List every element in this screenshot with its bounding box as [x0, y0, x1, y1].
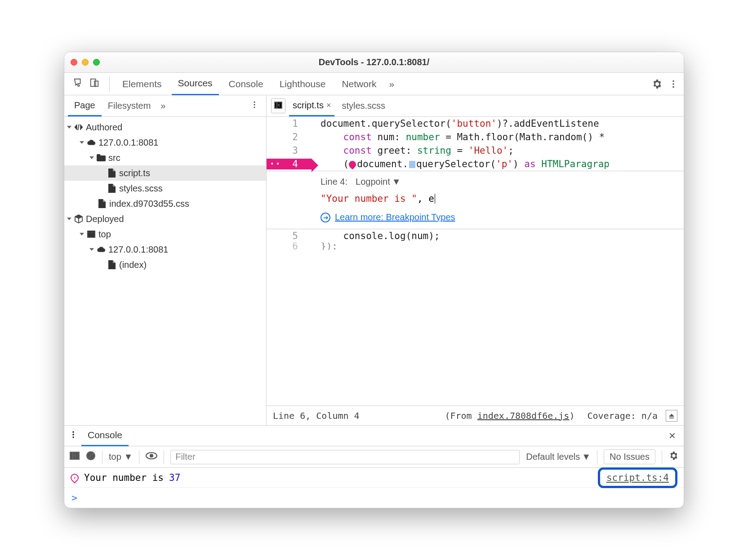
tab-sources[interactable]: Sources: [172, 72, 219, 95]
tree-label: src: [108, 153, 120, 163]
svg-rect-8: [88, 231, 95, 237]
cloud-icon: [97, 246, 106, 253]
tree-node-index[interactable]: (index): [64, 257, 266, 272]
cube-icon: [74, 214, 83, 223]
subtab-page[interactable]: Page: [68, 96, 102, 116]
gutter-line-6[interactable]: 6: [267, 243, 312, 250]
gutter-line-1[interactable]: 1: [267, 118, 312, 129]
tabs-overflow-icon[interactable]: »: [389, 79, 394, 89]
console-settings-gear-icon[interactable]: [668, 451, 678, 463]
info-arrow-icon: ➔: [321, 213, 330, 222]
tree-label: 127.0.0.1:8081: [108, 244, 168, 255]
gutter-line-3[interactable]: 3: [267, 145, 312, 156]
frame-icon: [87, 231, 96, 238]
tree-node-script-ts[interactable]: script.ts: [64, 165, 266, 181]
issues-button[interactable]: No Issues: [604, 449, 655, 464]
navigator-more-icon[interactable]: [246, 100, 263, 111]
bp-line-label: Line 4:: [321, 177, 347, 187]
svg-point-3: [672, 83, 674, 85]
tree-label: styles.scss: [119, 183, 163, 194]
svg-point-12: [72, 431, 74, 433]
gutter-line-2[interactable]: 2: [267, 132, 312, 142]
tree-node-top[interactable]: top: [64, 227, 266, 242]
filetab-script-ts[interactable]: script.ts ×: [289, 96, 334, 116]
chevron-down-icon: ▼: [582, 452, 591, 462]
inspect-element-icon[interactable]: [73, 78, 83, 90]
tree-label: top: [98, 229, 111, 240]
close-icon[interactable]: ×: [326, 101, 331, 110]
folder-icon: [97, 154, 106, 161]
file-icon: [107, 169, 116, 178]
tree-node-src[interactable]: src: [64, 150, 266, 165]
window-title: DevTools - 127.0.0.1:8081/: [319, 57, 429, 67]
gutter-line-4-breakpoint[interactable]: ··4: [267, 159, 312, 169]
svg-point-13: [72, 434, 74, 435]
log-message-text: Your number is: [84, 472, 164, 483]
subtab-filesystem[interactable]: Filesystem: [102, 96, 157, 116]
tab-lighthouse[interactable]: Lighthouse: [273, 73, 332, 95]
tab-elements[interactable]: Elements: [116, 73, 168, 95]
more-vertical-icon[interactable]: [668, 79, 678, 89]
console-drawer: Console × top ▼ Filter Default levels ▼: [64, 425, 684, 508]
chevron-down-icon: ▼: [392, 177, 401, 187]
step-marker-icon: [409, 161, 415, 168]
log-message-value: 37: [169, 472, 180, 483]
console-log-row[interactable]: Your number is 37 script.ts:4: [64, 468, 684, 488]
console-sidebar-toggle-icon[interactable]: [70, 452, 80, 462]
filetab-label: script.ts: [293, 100, 324, 111]
logpoint-badge-icon: [347, 160, 358, 170]
log-levels-dropdown[interactable]: Default levels ▼: [526, 452, 591, 462]
drawer-tab-console[interactable]: Console: [81, 425, 129, 446]
bp-type-dropdown[interactable]: Logpoint ▼: [356, 177, 481, 187]
coverage-status: Coverage: n/a: [587, 410, 658, 421]
show-drawer-icon[interactable]: [666, 410, 677, 422]
file-icon: [107, 260, 116, 269]
tree-node-authored[interactable]: Authored: [64, 120, 266, 135]
tree-node-host-2[interactable]: 127.0.0.1:8081: [64, 242, 266, 257]
sourcemap-origin-link[interactable]: index.7808df6e.js: [477, 410, 570, 421]
drawer-close-icon[interactable]: ×: [665, 429, 679, 443]
tree-label: script.ts: [119, 168, 150, 178]
svg-point-5: [254, 102, 255, 103]
editor-pane: script.ts × styles.scss 1 document.query…: [267, 95, 684, 425]
clear-console-icon[interactable]: [86, 451, 96, 463]
window-maximize-button[interactable]: [93, 59, 100, 66]
window-close-button[interactable]: [71, 59, 77, 66]
gutter-line-5[interactable]: 5: [267, 231, 312, 241]
drawer-more-icon[interactable]: [69, 430, 78, 441]
subtabs-overflow-icon[interactable]: »: [160, 101, 165, 111]
live-expression-icon[interactable]: [146, 452, 157, 462]
tree-node-styles-scss[interactable]: styles.scss: [64, 181, 266, 196]
context-selector[interactable]: top ▼: [109, 452, 133, 462]
filetab-label: styles.scss: [342, 101, 385, 111]
tab-console[interactable]: Console: [223, 73, 270, 95]
settings-gear-icon[interactable]: [651, 79, 662, 89]
svg-point-14: [72, 436, 74, 438]
tree-node-index-css[interactable]: index.d9703d55.css: [64, 196, 266, 211]
tree-node-host[interactable]: 127.0.0.1:8081: [64, 135, 266, 150]
device-toolbar-icon[interactable]: [89, 78, 99, 90]
tree-label: Deployed: [86, 214, 124, 224]
learn-more-link[interactable]: Learn more: Breakpoint Types: [335, 212, 455, 222]
window-minimize-button[interactable]: [82, 59, 89, 66]
editor-statusbar: Line 6, Column 4 (From index.7808df6e.js…: [267, 405, 684, 425]
toggle-navigator-icon[interactable]: [271, 98, 285, 113]
tab-network[interactable]: Network: [335, 73, 383, 95]
svg-point-4: [672, 86, 674, 88]
console-prompt[interactable]: >: [64, 488, 684, 508]
tree-label: 127.0.0.1:8081: [98, 138, 158, 148]
file-icon: [98, 199, 107, 208]
filetab-styles-scss[interactable]: styles.scss: [338, 96, 389, 116]
cloud-icon: [87, 139, 96, 146]
svg-point-6: [254, 104, 255, 105]
log-source-link[interactable]: script.ts:4: [598, 467, 677, 488]
code-editor[interactable]: 1 document.querySelector('button')?.addE…: [267, 117, 684, 405]
svg-point-2: [672, 80, 674, 82]
code-brackets-icon: [74, 123, 83, 131]
logpoint-expression-input[interactable]: "Your number is ", e: [321, 193, 676, 204]
svg-rect-0: [91, 79, 96, 87]
tree-node-deployed[interactable]: Deployed: [64, 211, 266, 227]
console-filter-input[interactable]: Filter: [170, 450, 520, 464]
svg-rect-1: [94, 81, 98, 86]
chevron-down-icon: ▼: [124, 452, 133, 462]
